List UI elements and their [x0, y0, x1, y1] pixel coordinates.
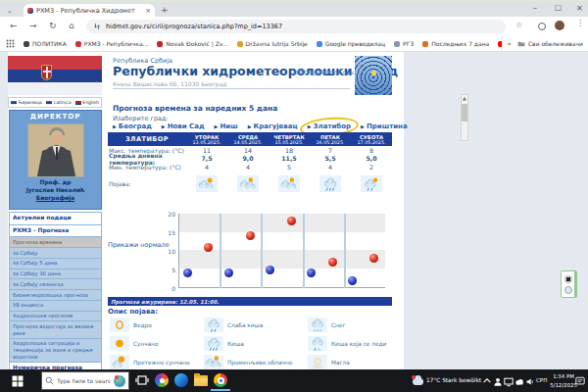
sidebar-item[interactable]: УВ индекса	[9, 301, 102, 312]
window-close-button[interactable]: ✕	[576, 4, 583, 13]
light-rain-sun-icon	[362, 176, 381, 191]
legend-icon-box	[308, 355, 327, 369]
language-link-latin[interactable]: Latinica	[46, 100, 71, 105]
legend-icon-box	[110, 318, 129, 332]
start-button-icon[interactable]	[12, 375, 24, 387]
browser-menu-icon[interactable]: ⋮	[576, 19, 584, 27]
language-link-cyrillic[interactable]: Ћирилица	[11, 100, 42, 105]
widget-record-icon[interactable]	[564, 275, 572, 283]
legend-label: Сунчано	[133, 341, 159, 347]
email-link[interactable]: office@hidmet.gov.rs	[294, 69, 362, 76]
photos-app-icon[interactable]	[155, 373, 169, 387]
search-highlight-icon[interactable]	[114, 375, 125, 387]
city-link[interactable]: ▶Ниш	[215, 122, 238, 130]
bookmark-item[interactable]: ПОЛИТИКА	[24, 40, 67, 47]
widget-camera-icon[interactable]	[564, 286, 572, 294]
sidebar-item[interactable]: за Србију 30 дана	[9, 270, 102, 280]
sidebar-item[interactable]: Хидролошка ситуација и тенденција за мал…	[9, 339, 102, 363]
window-minimize-button[interactable]: –	[533, 4, 537, 13]
bookmark-item[interactable]: Novak Đoković | Zv...	[157, 40, 227, 47]
apps-grid-icon[interactable]	[6, 39, 15, 48]
browser-tab[interactable]: РХМЗ - Републичка Хидромет ×	[24, 4, 155, 17]
bookmark-item[interactable]: РГЗ	[394, 40, 414, 47]
sidebar-item[interactable]: за Србију 5 дана	[9, 259, 102, 270]
legend-icon-box	[204, 318, 223, 332]
language-indicator[interactable]: СРП	[536, 377, 547, 383]
row-label: Мин. температура: (°C)	[108, 164, 186, 171]
show-normals-link[interactable]: Прикажи нормале	[108, 241, 170, 249]
notification-center-icon[interactable]	[575, 376, 585, 386]
tab-close-icon[interactable]: ×	[145, 7, 151, 15]
language-link-english[interactable]: English	[75, 100, 99, 105]
variable-cloudy-icon	[238, 176, 258, 191]
language-label: Ћирилица	[19, 100, 42, 105]
legend-icon-box	[110, 355, 129, 369]
bookmark-item[interactable]: РХМЗ - Републичка...	[75, 40, 149, 47]
weather-tray-icon[interactable]	[412, 375, 424, 386]
people-tray-icon[interactable]	[493, 376, 503, 387]
sidebar-item[interactable]: за Србију	[9, 248, 102, 259]
url-text[interactable]: hidmet.gov.rs/ciril/prognoza/stanica.php…	[106, 23, 282, 30]
day-header-cell: УТОРАК13.05.2025.	[186, 132, 227, 146]
chrome-app-icon[interactable]	[214, 373, 227, 387]
director-bio-link[interactable]: Биографија	[10, 195, 101, 201]
city-link[interactable]: ▶Златибор	[308, 122, 351, 130]
task-view-icon[interactable]	[135, 373, 149, 387]
bookmark-item[interactable]: Последњих 7 дана	[422, 40, 489, 47]
taskbar-weather-text[interactable]: 17°C Stark bewölkt	[426, 377, 481, 383]
scrollbar-thumb[interactable]	[462, 104, 467, 122]
bookmarks-overflow-chevron[interactable]: »	[508, 40, 512, 48]
chart-day-separator	[261, 214, 263, 288]
side-extension-widget[interactable]	[561, 270, 577, 298]
file-explorer-icon[interactable]	[194, 375, 208, 386]
city-bullet-icon: ▶	[215, 123, 219, 129]
tab-search-chevron-icon[interactable]: ⌄	[7, 7, 13, 15]
extension-icon[interactable]	[538, 23, 546, 30]
tray-expand-icon[interactable]	[482, 376, 492, 384]
all-bookmarks-button[interactable]: Сви обележивачи	[517, 40, 583, 47]
phenomena-cell	[310, 175, 351, 192]
display-tray-icon[interactable]	[504, 376, 514, 387]
city-bullet-icon: ▶	[113, 123, 117, 129]
sidebar-item[interactable]: Прогноза водостаја за велике реке	[9, 321, 102, 339]
bookmark-item[interactable]: Državna lutrija Srbije	[237, 40, 308, 47]
sidebar-item[interactable]: Хидролошке прогнозе	[9, 312, 102, 322]
city-link[interactable]: ▶Крагујевац	[248, 122, 298, 130]
bookmark-favicon-icon	[237, 41, 243, 47]
director-box: ДИРЕКТОР Проф. дрЈугослав Николић Биогра…	[9, 110, 102, 210]
forward-icon[interactable]: →	[29, 21, 37, 30]
city-label: Ниш	[220, 122, 237, 130]
y-tick-label: 10	[162, 248, 175, 255]
frame-scrollbar[interactable]: ▲	[461, 94, 468, 141]
taskbar-search-box[interactable]: Type here to search	[41, 371, 129, 390]
onedrive-tray-icon[interactable]	[514, 376, 524, 387]
edge-app-icon[interactable]	[174, 373, 188, 387]
temp-value: 4	[310, 164, 351, 171]
address-bar[interactable]: hidmet.gov.rs/ciril/prognoza/stanica.php…	[86, 20, 506, 33]
home-icon[interactable]: ⌂	[69, 21, 74, 30]
weather-icon-box	[361, 175, 382, 192]
rhmz-logo	[355, 56, 392, 95]
sidebar-item[interactable]: биометеоролошка прогноза	[9, 290, 102, 301]
sidebar-item[interactable]: РХМЗ - Прогноза	[9, 225, 102, 238]
temp-value: 4	[227, 164, 269, 171]
bookmark-label: ПОЛИТИКА	[32, 40, 67, 47]
temp-value: 5,5	[310, 155, 351, 162]
profile-avatar[interactable]	[555, 21, 564, 30]
window-maximize-button[interactable]: ☐	[555, 4, 562, 13]
back-icon[interactable]: ←	[10, 21, 18, 30]
sidebar-item[interactable]: за Србију сезонска	[9, 279, 102, 290]
bookmark-star-icon[interactable]: ☆	[515, 21, 522, 29]
reload-icon[interactable]: ↻	[49, 21, 57, 30]
city-link[interactable]: ▶Нови Сад	[162, 122, 205, 130]
volume-tray-icon[interactable]	[525, 376, 534, 387]
new-tab-button[interactable]: +	[161, 5, 169, 15]
site-info-icon[interactable]	[93, 23, 101, 30]
scroll-up-icon[interactable]: ▲	[462, 95, 467, 102]
city-link[interactable]: ▶Приштина	[361, 122, 408, 130]
city-link[interactable]: ▶Београд	[113, 122, 152, 130]
weather-icon-box	[237, 175, 259, 192]
sidebar-item[interactable]: Актуелни подаци	[9, 212, 102, 225]
bookmark-item[interactable]: Google преводилац	[317, 40, 385, 47]
sidebar-item[interactable]: Прогноза времена	[9, 237, 102, 248]
